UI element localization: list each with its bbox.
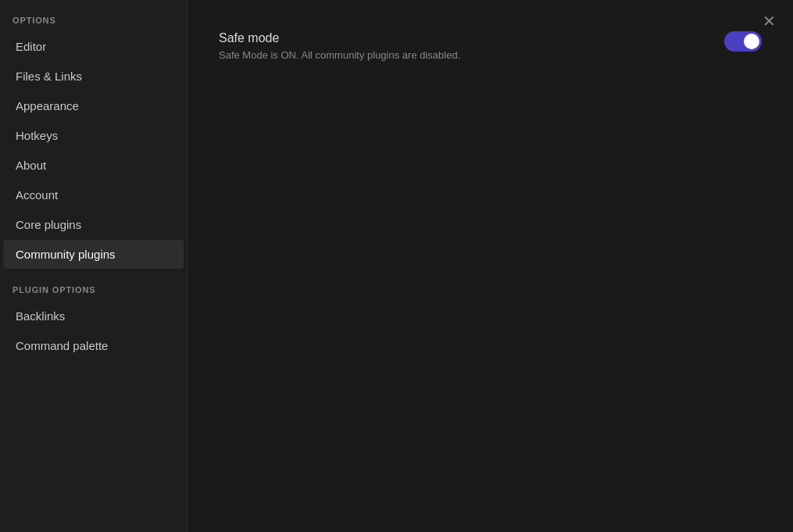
plugin-options-section-label: PLUGIN OPTIONS	[0, 270, 187, 301]
safe-mode-toggle[interactable]	[724, 31, 762, 52]
sidebar-item-command-palette[interactable]: Command palette	[3, 331, 184, 360]
toggle-track	[724, 31, 762, 52]
safe-mode-toggle-container[interactable]	[724, 31, 762, 52]
sidebar-item-backlinks[interactable]: Backlinks	[3, 302, 184, 330]
safe-mode-info: Safe mode Safe Mode is ON. All community…	[219, 31, 709, 62]
options-section-label: OPTIONS	[0, 0, 187, 31]
close-button[interactable]: ✕	[757, 9, 780, 33]
main-content: ✕ Safe mode Safe Mode is ON. All communi…	[188, 0, 793, 532]
sidebar-item-appearance[interactable]: Appearance	[3, 91, 184, 120]
sidebar-item-about[interactable]: About	[3, 151, 184, 180]
safe-mode-description: Safe Mode is ON. All community plugins a…	[219, 48, 709, 62]
safe-mode-title: Safe mode	[219, 31, 709, 45]
safe-mode-setting: Safe mode Safe Mode is ON. All community…	[219, 31, 762, 62]
sidebar-item-editor[interactable]: Editor	[3, 32, 184, 61]
sidebar: OPTIONS Editor Files & Links Appearance …	[0, 0, 188, 532]
sidebar-item-files-links[interactable]: Files & Links	[3, 62, 184, 91]
sidebar-item-core-plugins[interactable]: Core plugins	[3, 210, 184, 239]
sidebar-item-hotkeys[interactable]: Hotkeys	[3, 121, 184, 150]
sidebar-item-community-plugins[interactable]: Community plugins	[3, 240, 184, 269]
sidebar-item-account[interactable]: Account	[3, 180, 184, 209]
toggle-thumb	[744, 34, 759, 49]
